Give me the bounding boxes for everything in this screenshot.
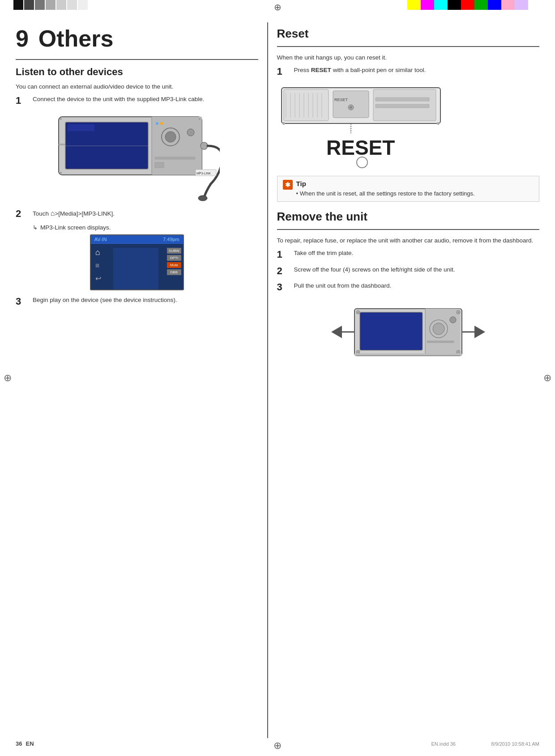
remove-svg [323, 300, 493, 365]
pbr-yellow [407, 0, 421, 10]
print-bar-1 [13, 0, 23, 10]
right-column: Reset When the unit hangs up, you can re… [267, 22, 539, 738]
sub-step-arrow: ↳ [33, 224, 38, 231]
reset-heading: Reset [277, 27, 539, 41]
step-3-listen: 3 Begin play on the device (see the devi… [16, 296, 258, 307]
pbr-green [474, 0, 488, 10]
chapter-heading: 9 Others [16, 27, 258, 50]
remove-step-1-text: Take off the trim plate. [294, 249, 539, 258]
tip-content: Tip • When the unit is reset, all the se… [296, 180, 475, 198]
screen-mockup: AV-IN 7:49pm ⌂ ≡ ↩ SUBW OPTI Mute DBB [90, 234, 184, 290]
svg-rect-11 [59, 144, 65, 145]
screen-mockup-wrap: AV-IN 7:49pm ⌂ ≡ ↩ SUBW OPTI Mute DBB [16, 234, 258, 290]
step-1-listen: 1 Connect the device to the unit with th… [16, 95, 258, 106]
listen-intro: You can connect an external audio/video … [16, 82, 258, 91]
reset-step-1-text: Press RESET with a ball-point pen or sim… [294, 66, 539, 75]
svg-rect-40 [376, 104, 429, 108]
remove-section: Remove the unit To repair, replace fuse,… [277, 210, 539, 364]
remove-step-2: 2 Screw off the four (4) screws on the l… [277, 265, 539, 277]
svg-rect-34 [333, 91, 369, 118]
screen-header: AV-IN 7:49pm [91, 235, 183, 244]
tip-box: ✱ Tip • When the unit is reset, all the … [277, 176, 539, 202]
svg-text:RESET: RESET [334, 98, 348, 102]
print-bar-2 [24, 0, 34, 10]
section-divider-reset [277, 46, 539, 47]
svg-rect-9 [155, 157, 195, 159]
pbr-lavender [515, 0, 528, 10]
screen-center [113, 248, 158, 289]
print-bar-7 [78, 0, 88, 10]
page-content: 9 Others Listen to other devices You can… [16, 22, 539, 738]
step-2-listen: 2 Touch ⌂>[Media]>[MP3-LINK]. [16, 208, 258, 220]
screen-icons: ⌂ ≡ ↩ [95, 248, 101, 283]
step-3-number: 3 [16, 296, 28, 307]
pbr-red [461, 0, 474, 10]
footer-file: EN.indd 36 [431, 741, 455, 747]
pbr-magenta [421, 0, 434, 10]
device-illustration: MP3-LINK [16, 112, 258, 202]
footer-lang: EN [26, 740, 34, 747]
svg-rect-10 [155, 162, 164, 168]
svg-point-19 [199, 172, 201, 174]
reset-section: Reset When the unit hangs up, you can re… [277, 27, 539, 202]
screen-time: 7:49pm [163, 237, 179, 242]
svg-point-17 [199, 118, 201, 120]
screen-btn-opti: OPTI [167, 255, 181, 261]
remove-step-2-text: Screw off the four (4) screws on the lef… [294, 265, 539, 274]
remove-step-3: 3 Pull the unit out from the dashboard. [277, 281, 539, 293]
remove-step-1: 1 Take off the trim plate. [277, 249, 539, 260]
remove-heading: Remove the unit [277, 210, 539, 224]
svg-marker-48 [331, 326, 342, 338]
tip-icon-wrap: ✱ [283, 180, 293, 191]
print-bar-5 [56, 0, 66, 10]
remove-step-1-num: 1 [277, 249, 290, 260]
step-1-number: 1 [16, 95, 28, 106]
screen-btn-mute: Mute [167, 262, 181, 268]
screen-buttons: SUBW OPTI Mute DBB [167, 248, 181, 275]
svg-rect-60 [427, 341, 454, 343]
remove-diagram-wrap [277, 300, 539, 365]
svg-rect-20 [68, 124, 94, 131]
step-1-text: Connect the device to the unit with the … [33, 95, 258, 104]
step-2-text: Touch ⌂>[Media]>[MP3-LINK]. [33, 208, 258, 219]
pbr-pink [501, 0, 515, 10]
print-bar-3 [35, 0, 45, 10]
svg-point-18 [60, 172, 62, 174]
reg-mark-right: ⊕ [543, 372, 551, 384]
section-divider-remove [277, 229, 539, 230]
svg-rect-54 [361, 313, 422, 349]
screen-av-label: AV-IN [94, 237, 107, 242]
print-bar-4 [46, 0, 56, 10]
tip-bullet-text: When the unit is reset, all the settings… [300, 190, 475, 197]
svg-point-41 [282, 122, 285, 125]
svg-point-22 [160, 122, 163, 125]
footer-date: 8/9/2010 10:58:41 AM [491, 741, 539, 747]
screen-btn-dbb: DBB [167, 269, 181, 275]
footer-file-info: EN.indd 36 8/9/2010 10:58:41 AM [431, 741, 539, 747]
device-svg: MP3-LINK [54, 112, 220, 202]
svg-marker-50 [474, 326, 485, 338]
svg-rect-73 [354, 353, 462, 356]
tip-icon-svg: ✱ [283, 180, 293, 190]
reset-diagram: RESET RESET [277, 84, 539, 170]
remove-step-3-text: Pull the unit out from the dashboard. [294, 281, 539, 290]
reset-intro: When the unit hangs up, you can reset it… [277, 53, 539, 62]
svg-point-21 [156, 122, 158, 125]
svg-point-8 [187, 129, 194, 136]
svg-text:MP3-LINK: MP3-LINK [196, 172, 211, 175]
remove-step-2-num: 2 [277, 265, 290, 277]
reset-step-1: 1 Press RESET with a ball-point pen or s… [277, 66, 539, 77]
tip-bullet-marker: • [296, 190, 300, 197]
pbr-blue [488, 0, 501, 10]
print-bar-right [407, 0, 528, 10]
svg-point-13 [198, 195, 207, 201]
pbr-black [448, 0, 461, 10]
screen-home-icon: ⌂ [95, 248, 101, 257]
tip-bullet-wrap: • When the unit is reset, all the settin… [296, 189, 475, 198]
print-marks-top: ⊕ [0, 0, 555, 13]
svg-point-16 [60, 118, 62, 120]
svg-point-37 [350, 106, 352, 109]
svg-point-58 [433, 323, 444, 335]
screen-btn-subw: SUBW [167, 248, 181, 254]
sub-step-text: MP3-Link screen displays. [40, 224, 111, 231]
